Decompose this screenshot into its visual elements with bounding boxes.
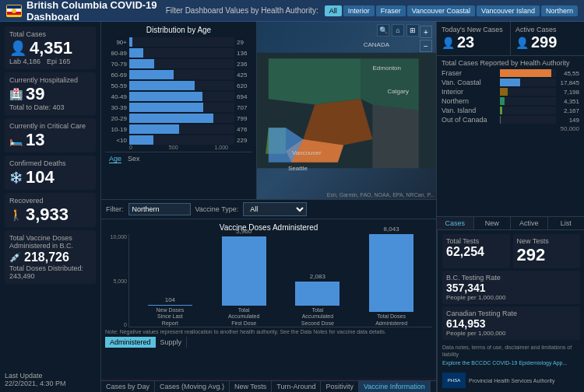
bar-container [129,59,234,68]
ha-row: Out of Canada 149 [442,116,579,124]
canadian-testing-label: Canadian Testing Rate [446,310,576,317]
tab-turn-around[interactable]: Turn-Around [272,381,321,392]
administered-tab[interactable]: Administered [105,337,156,348]
ha-value: 45,55 [556,70,579,77]
bar-container [129,103,234,112]
bar-fill [129,135,153,145]
hospitalized-value: 39 [26,86,44,103]
total-cases-sub: Lab 4,186 Epi 165 [9,58,91,65]
ha-bar-wrap [500,116,556,124]
phsa-label: Provincial Health Services Authority [469,378,555,383]
bar-value: 425 [237,72,252,79]
edmonton-label: Edmonton [373,65,401,72]
cases-tab-list[interactable]: List [548,217,585,229]
search-map-btn[interactable]: 🔍 [377,24,389,37]
notes-section: Data notes, terms of use, disclaimer and… [442,344,580,366]
map-area: CANADA Edmonton Calgary Vancouver Seattl… [257,22,436,199]
ha-bar [500,97,505,105]
tab-positivity[interactable]: Positivity [321,381,359,392]
active-cases-card: Active Cases 👤 299 [511,22,584,55]
cases-tab-active[interactable]: Active [511,217,548,229]
new-tests-label: New Tests [517,237,577,245]
bc-logo [6,5,22,17]
filter-btn-all[interactable]: All [325,5,342,16]
main-content: Total Cases 👤 4,351 Lab 4,186 Epi 165 Cu… [0,22,584,392]
zoom-in-btn[interactable]: + [420,26,432,38]
ha-name: Interior [442,88,500,96]
bar-container [129,48,234,58]
icu-icon: 🛏️ [9,134,23,146]
home-map-btn[interactable]: ⌂ [392,24,404,37]
phsa-logo-img: PHSA [442,373,466,388]
bar-label: 90+ [105,39,127,46]
ha-bar [500,69,551,77]
tab-new-tests[interactable]: New Tests [230,381,272,392]
critical-care-card: Currently in Critical Care 🛏️ 13 [5,118,96,152]
total-tests-label: Total Tests [446,237,506,245]
age-bars: 90+ 29 80-89 136 70-79 236 60-69 425 50- [105,37,252,145]
tab-cases-moving-avg[interactable]: Cases (Moving Avg.) [155,381,230,392]
person-icon: 👤 [9,40,26,57]
map-zoom-controls: + − [420,26,432,52]
ha-x-max: 50,000 [442,125,579,132]
bc-testing-rate-card: B.C. Testing Rate 357,341 People per 1,0… [442,271,580,304]
ha-bar-wrap [500,79,556,86]
supply-tab[interactable]: Supply [156,337,188,348]
filter-bar-label: Filter: [106,205,124,213]
vaccine-icon: 💉 [9,252,21,263]
age-bar-row: 70-79 236 [105,59,252,68]
vaccine-chart-area: Vaccine Doses Administered 10,000 5,000 … [101,219,436,378]
phsa-logo: PHSA Provincial Health Services Authorit… [442,373,580,388]
layers-map-btn[interactable]: ⊞ [406,24,419,37]
bar-fill [129,59,154,68]
filter-btn-fraser[interactable]: Fraser [376,5,406,16]
total-cases-label: Total Cases [9,30,91,38]
filter-btn-van-coastal[interactable]: Vancouver Coastal [407,5,475,16]
tests-row: Total Tests 62,254 New Tests 292 [442,234,580,268]
total-cases-card: Total Cases 👤 4,351 Lab 4,186 Epi 165 [5,26,96,69]
bar-value: 229 [237,137,252,144]
distribution-chart: Distribution by Age 90+ 29 80-89 136 70-… [101,22,257,199]
total-tests-card: Total Tests 62,254 [442,234,510,268]
bar-container [129,37,234,47]
map-toolbar: 🔍 ⌂ ⊞ [377,24,419,37]
bar-container [129,135,234,145]
vaccine-bar-2: 5,960 Total Accumulated First Dose [207,228,281,327]
bar-fill [129,114,213,123]
tab-sex[interactable]: Sex [128,155,140,163]
canadian-testing-value: 614,953 [446,317,576,330]
recovered-card: Recovered 🚶 3,933 [5,193,96,227]
bar-label: 40-49 [105,93,127,100]
critical-care-label: Currently in Critical Care [9,122,91,130]
cases-tab-cases[interactable]: Cases [437,217,474,229]
epi-linked: Epi 165 [47,58,71,65]
calgary-label: Calgary [387,88,409,95]
ha-row: Van. Coastal 17,845 [442,79,579,86]
bar-value: 707 [237,104,252,111]
tab-age[interactable]: Age [109,155,121,163]
tab-vaccine-info[interactable]: Vaccine Information [359,381,431,392]
ha-value: 7,198 [556,89,579,96]
tab-cases-by-day[interactable]: Cases by Day [101,381,155,392]
bar-fill [129,92,202,101]
ha-rows: Fraser 45,55 Van. Coastal 17,845 Interio… [442,69,579,124]
filter-input[interactable] [128,203,191,215]
ha-value: 2,167 [556,107,579,114]
ha-bar-wrap [500,88,556,96]
filter-btn-van-island[interactable]: Vancouver Island [477,5,540,16]
vaccine-type-select[interactable]: All Pfizer Moderna AstraZeneca [243,202,307,216]
vaccine-card: Total Vaccine Doses Administered in B.C.… [5,230,96,284]
filter-btn-northern[interactable]: Northern [541,5,578,16]
vaccine-chart-tabs: Administered Supply [105,337,432,348]
seattle-label: Seattle [288,165,308,172]
new-tests-card: New Tests 292 [513,234,581,268]
cases-tab-new[interactable]: New [474,217,512,229]
ha-bar-wrap [500,107,556,114]
center-section: Distribution by Age 90+ 29 80-89 136 70-… [101,22,436,392]
bar-value: 136 [237,50,252,57]
age-bar-row: 20-29 799 [105,114,252,123]
svg-marker-12 [372,105,418,169]
vaccine-value: 218,726 [24,251,69,264]
filter-btn-interior[interactable]: Interior [343,5,375,16]
zoom-out-btn[interactable]: − [420,40,432,52]
